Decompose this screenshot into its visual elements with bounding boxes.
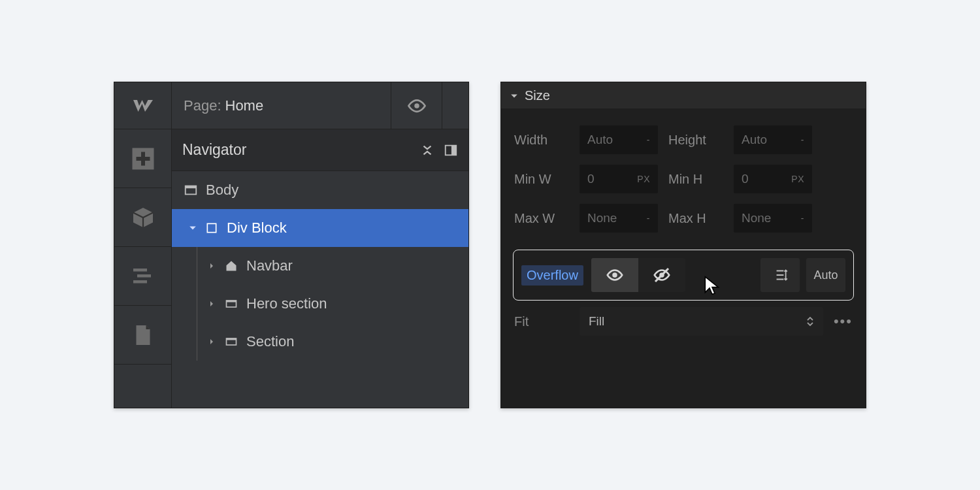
home-icon bbox=[223, 259, 240, 272]
chevron-right-icon bbox=[208, 301, 218, 307]
plus-icon bbox=[131, 147, 155, 171]
tree-item-navbar[interactable]: Navbar bbox=[172, 247, 468, 285]
pages-button[interactable] bbox=[114, 306, 171, 365]
window-icon bbox=[182, 183, 199, 197]
fit-row: Fit Fill ••• bbox=[501, 307, 866, 344]
navigator-title: Navigator bbox=[182, 141, 246, 159]
page-selector[interactable]: Page: Home bbox=[172, 82, 391, 129]
svg-rect-5 bbox=[137, 274, 151, 278]
page-icon bbox=[131, 323, 155, 347]
fit-select[interactable]: Fill bbox=[580, 307, 823, 336]
height-input[interactable]: Auto - bbox=[734, 125, 812, 154]
tree-item-body[interactable]: Body bbox=[172, 171, 468, 209]
page-name: Home bbox=[225, 97, 264, 114]
min-height-input[interactable]: 0 PX bbox=[734, 165, 812, 193]
topbar-end bbox=[442, 82, 468, 129]
tree-item-section[interactable]: Section bbox=[172, 323, 468, 361]
overflow-auto-option[interactable]: Auto bbox=[806, 258, 845, 292]
svg-rect-6 bbox=[133, 280, 147, 284]
div-icon bbox=[203, 221, 220, 235]
svg-point-0 bbox=[414, 103, 419, 108]
width-unit: - bbox=[647, 135, 650, 145]
max-width-label: Max W bbox=[514, 211, 569, 226]
min-height-value: 0 bbox=[742, 172, 749, 186]
collapse-icon bbox=[420, 143, 434, 157]
panel-dock-button[interactable] bbox=[444, 143, 458, 157]
chevron-down-icon bbox=[189, 224, 198, 232]
min-width-unit: PX bbox=[637, 174, 650, 184]
tree-item-hero-section[interactable]: Hero section bbox=[172, 285, 468, 323]
fit-value: Fill bbox=[589, 314, 604, 329]
height-label: Height bbox=[668, 133, 723, 148]
svg-rect-11 bbox=[207, 223, 216, 232]
left-tool-rail bbox=[114, 129, 172, 408]
svg-point-16 bbox=[612, 272, 617, 278]
tree-guide-line bbox=[197, 247, 197, 285]
overflow-scroll-option[interactable] bbox=[760, 258, 800, 292]
overflow-label: Overflow bbox=[521, 265, 583, 286]
height-unit: - bbox=[801, 135, 804, 145]
size-grid: Width Auto - Height Auto - Min W 0 PX Mi… bbox=[501, 108, 866, 244]
element-tree: Body Div Block bbox=[172, 171, 468, 408]
svg-rect-15 bbox=[227, 338, 237, 340]
list-icon bbox=[131, 265, 155, 288]
chevron-down-icon bbox=[510, 88, 518, 103]
max-height-input[interactable]: None - bbox=[734, 204, 812, 233]
size-title: Size bbox=[525, 88, 550, 103]
tree-guide-line bbox=[197, 285, 197, 323]
tree-label: Section bbox=[246, 333, 294, 350]
webflow-logo[interactable] bbox=[114, 82, 172, 129]
svg-rect-3 bbox=[136, 157, 150, 161]
max-width-value: None bbox=[587, 211, 617, 225]
max-width-unit: - bbox=[647, 213, 650, 223]
width-value: Auto bbox=[587, 133, 613, 147]
cms-button[interactable] bbox=[114, 188, 171, 247]
webflow-logo-icon bbox=[131, 94, 155, 118]
panel-icon bbox=[444, 143, 458, 157]
min-width-value: 0 bbox=[587, 172, 595, 186]
size-section-header[interactable]: Size bbox=[501, 82, 866, 108]
tree-label: Hero section bbox=[246, 295, 327, 312]
auto-label: Auto bbox=[813, 269, 838, 282]
min-width-label: Min W bbox=[514, 172, 569, 187]
style-size-panel: Size Width Auto - Height Auto - Min W 0 … bbox=[500, 82, 866, 408]
more-options-button[interactable]: ••• bbox=[834, 313, 853, 330]
eye-off-icon bbox=[652, 265, 672, 285]
page-prefix-label: Page: bbox=[184, 97, 221, 114]
navigator-header: Navigator bbox=[172, 129, 468, 171]
max-height-label: Max H bbox=[668, 211, 723, 226]
fit-label: Fit bbox=[514, 314, 569, 329]
eye-icon bbox=[407, 96, 427, 116]
topbar: Page: Home bbox=[114, 82, 468, 129]
cursor-icon bbox=[702, 275, 723, 296]
add-element-button[interactable] bbox=[114, 129, 171, 188]
updown-icon bbox=[806, 316, 814, 327]
width-input[interactable]: Auto - bbox=[580, 125, 658, 154]
max-height-unit: - bbox=[801, 213, 804, 223]
cube-icon bbox=[131, 206, 155, 229]
tree-item-div-block[interactable]: Div Block bbox=[172, 209, 468, 247]
min-height-label: Min H bbox=[668, 172, 723, 187]
svg-rect-8 bbox=[451, 145, 456, 155]
chevron-right-icon bbox=[208, 338, 218, 345]
eye-icon bbox=[605, 265, 625, 285]
svg-rect-10 bbox=[186, 186, 197, 189]
navigator-tab-button[interactable] bbox=[114, 247, 171, 306]
svg-rect-4 bbox=[133, 269, 147, 272]
chevron-right-icon bbox=[208, 263, 218, 269]
max-width-input[interactable]: None - bbox=[580, 204, 658, 233]
min-width-input[interactable]: 0 PX bbox=[580, 165, 658, 193]
svg-rect-13 bbox=[227, 301, 237, 302]
overflow-hidden-option[interactable] bbox=[638, 258, 685, 292]
tree-guide-line bbox=[197, 323, 197, 361]
tree-label: Body bbox=[206, 182, 238, 199]
navigator-panel: Page: Home bbox=[114, 82, 469, 408]
tree-label: Div Block bbox=[227, 220, 287, 237]
preview-button[interactable] bbox=[391, 82, 442, 129]
height-value: Auto bbox=[742, 133, 767, 147]
overflow-visible-option[interactable] bbox=[591, 258, 638, 292]
tree-label: Navbar bbox=[246, 257, 293, 274]
collapse-all-button[interactable] bbox=[420, 143, 434, 157]
scroll-icon bbox=[772, 267, 789, 284]
section-icon bbox=[223, 297, 240, 310]
